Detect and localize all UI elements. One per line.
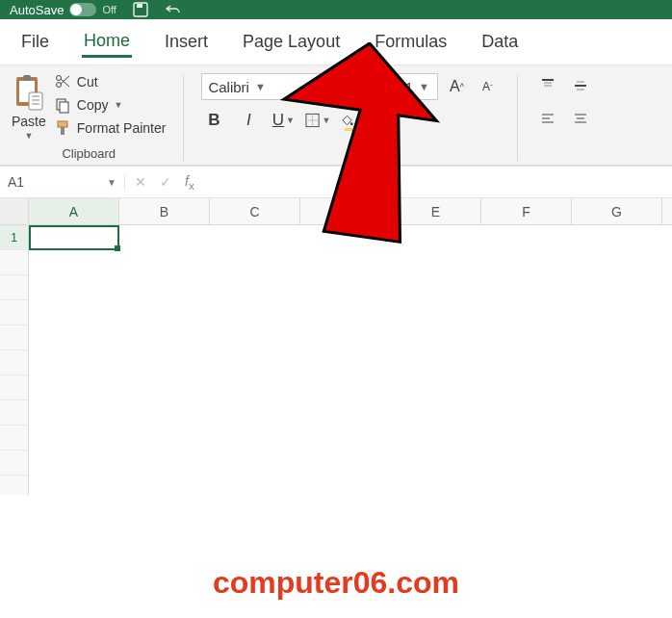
group-clipboard: Paste ▼ Cut Copy ▼ Format Painter C [12, 73, 166, 161]
underline-button[interactable]: U▼ [271, 108, 296, 133]
column-header-c[interactable]: C [210, 198, 300, 224]
paste-label: Paste [12, 114, 46, 129]
borders-icon [305, 113, 320, 128]
cut-label: Cut [77, 74, 98, 90]
font-name-combo[interactable]: Calibri ▼ [201, 73, 384, 100]
row-header[interactable] [0, 350, 28, 375]
paintbrush-icon [54, 119, 71, 137]
ribbon-tabs: File Home Insert Page Layout Formulas Da… [0, 19, 672, 65]
chevron-down-icon: ▼ [107, 177, 116, 188]
align-left-icon [540, 111, 556, 126]
cancel-icon[interactable]: ✕ [135, 174, 146, 190]
row-header[interactable] [0, 451, 28, 476]
group-font: Calibri ▼ 11 ▼ A^ Aˇ B I U▼ ▼ [201, 73, 500, 161]
svg-rect-16 [61, 127, 65, 135]
group-alignment [535, 73, 593, 161]
row-header-1[interactable]: 1 [0, 225, 28, 250]
svg-point-20 [350, 122, 353, 125]
align-top-icon [540, 78, 556, 93]
chevron-down-icon: ▼ [322, 116, 330, 125]
svg-rect-4 [23, 75, 31, 81]
align-left-button[interactable] [535, 106, 560, 131]
font-size-value: 11 [397, 79, 413, 95]
column-header-f[interactable]: F [481, 198, 572, 224]
row-header[interactable] [0, 275, 28, 300]
name-box-value: A1 [8, 174, 24, 190]
fx-icon[interactable]: fx [185, 173, 194, 192]
row-header[interactable] [0, 300, 28, 325]
save-icon[interactable] [132, 1, 149, 18]
svg-rect-1 [137, 4, 142, 8]
chevron-down-icon: ▼ [286, 116, 295, 125]
tab-formulas[interactable]: Formulas [373, 28, 449, 56]
row-header[interactable] [0, 425, 28, 451]
column-header-a[interactable]: A [29, 198, 119, 224]
italic-button[interactable]: I [236, 108, 261, 133]
column-header-g[interactable]: G [572, 198, 662, 224]
chevron-down-icon: ▼ [255, 81, 266, 92]
align-middle-button[interactable] [568, 73, 593, 98]
chevron-down-icon: ▼ [24, 131, 33, 141]
chevron-down-icon: ▼ [390, 116, 399, 125]
copy-button[interactable]: Copy ▼ [54, 96, 167, 114]
autosave-state: Off [102, 4, 116, 15]
enter-icon[interactable]: ✓ [160, 174, 171, 190]
group-separator [517, 74, 518, 161]
row-header[interactable] [0, 325, 28, 350]
font-color-button[interactable]: A ▼ [375, 108, 400, 133]
column-header-b[interactable]: B [119, 198, 210, 224]
scissors-icon [54, 73, 71, 90]
undo-icon[interactable] [165, 1, 182, 18]
column-header-d[interactable]: D [300, 198, 391, 224]
chevron-down-icon: ▼ [419, 81, 429, 92]
group-separator [183, 74, 184, 161]
autosave-label: AutoSave [10, 3, 64, 17]
active-cell[interactable] [29, 225, 119, 250]
font-name-value: Calibri [208, 79, 249, 95]
formula-bar: A1 ▼ ✕ ✓ fx [0, 166, 672, 198]
align-middle-icon [573, 78, 588, 93]
row-header[interactable] [0, 250, 28, 275]
watermark-text: computer06.com [0, 565, 672, 601]
row-header[interactable] [0, 400, 28, 425]
fill-color-button[interactable]: ▼ [340, 108, 365, 133]
tab-data[interactable]: Data [479, 28, 520, 56]
title-bar: AutoSave Off [0, 0, 672, 19]
chevron-down-icon: ▼ [356, 116, 365, 125]
svg-rect-14 [60, 102, 68, 113]
svg-point-10 [56, 76, 61, 81]
select-all-corner[interactable] [0, 198, 29, 224]
tab-file[interactable]: File [19, 28, 51, 56]
column-header-e[interactable]: E [391, 198, 481, 224]
font-size-combo[interactable]: 11 ▼ [390, 73, 438, 100]
row-header[interactable] [0, 375, 28, 400]
autosave-toggle-area[interactable]: AutoSave Off [10, 3, 116, 17]
svg-point-9 [56, 83, 61, 88]
row-headers: 1 [0, 225, 29, 495]
increase-font-button[interactable]: A^ [444, 74, 469, 99]
tab-page-layout[interactable]: Page Layout [241, 28, 342, 56]
copy-label: Copy [77, 97, 109, 113]
worksheet-grid[interactable]: 1 [0, 225, 672, 495]
svg-rect-5 [29, 92, 42, 110]
clipboard-icon [13, 73, 45, 112]
autosave-toggle[interactable] [69, 3, 96, 16]
align-top-button[interactable] [535, 73, 560, 98]
copy-icon [54, 96, 71, 114]
format-painter-label: Format Painter [77, 120, 167, 136]
svg-rect-15 [58, 121, 67, 127]
bold-button[interactable]: B [201, 108, 226, 133]
cut-button[interactable]: Cut [54, 73, 167, 90]
format-painter-button[interactable]: Format Painter [54, 119, 167, 137]
bucket-icon [340, 113, 354, 128]
align-center-icon [573, 111, 588, 126]
clipboard-group-label: Clipboard [62, 146, 116, 161]
ribbon: Paste ▼ Cut Copy ▼ Format Painter C [0, 65, 672, 166]
borders-button[interactable]: ▼ [305, 108, 330, 133]
tab-home[interactable]: Home [82, 27, 132, 58]
tab-insert[interactable]: Insert [163, 28, 210, 56]
decrease-font-button[interactable]: Aˇ [475, 74, 500, 99]
name-box[interactable]: A1 ▼ [0, 174, 125, 190]
paste-button[interactable]: Paste ▼ [12, 73, 46, 141]
align-center-button[interactable] [568, 106, 593, 131]
